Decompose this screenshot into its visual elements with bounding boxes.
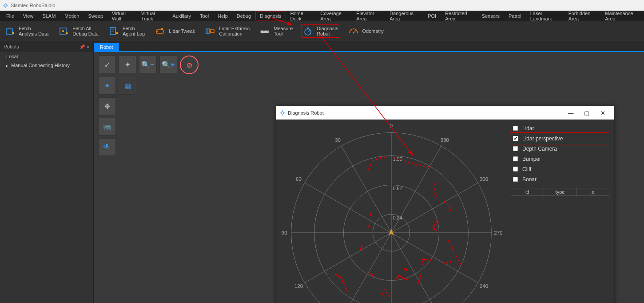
svg-point-147 — [444, 263, 445, 264]
zoom-in-icon[interactable]: 🔍+ — [159, 56, 177, 73]
document-tabstrip: Robot — [94, 41, 644, 52]
sensor-check-lidar-perspective[interactable]: Lidar perspective — [511, 133, 609, 144]
svg-point-65 — [397, 158, 399, 160]
svg-point-146 — [405, 269, 407, 271]
svg-point-140 — [361, 245, 363, 247]
menu-restricted-area[interactable]: Restricted Area — [441, 9, 477, 23]
svg-point-82 — [434, 193, 436, 195]
svg-point-78 — [370, 164, 371, 166]
sensor-check-bumper[interactable]: Bumper — [511, 154, 609, 164]
menu-elevator-area[interactable]: Elevator Area — [352, 9, 385, 23]
fullscreen-icon[interactable]: ⤢ — [98, 56, 116, 73]
menu-view[interactable]: View — [19, 12, 38, 20]
checkbox[interactable] — [513, 136, 518, 141]
zoom-target-icon[interactable]: ⌖ — [98, 77, 116, 95]
sensor-check-sonar[interactable]: Sonar — [511, 174, 609, 184]
svg-point-90 — [434, 223, 436, 225]
window-maximize-button[interactable]: ▢ — [579, 110, 594, 116]
svg-point-117 — [398, 275, 400, 277]
menu-sensors[interactable]: Sensors — [477, 12, 504, 20]
svg-point-71 — [419, 164, 421, 166]
svg-point-77 — [373, 160, 374, 162]
svg-point-142 — [368, 225, 370, 227]
camera-tool-icon[interactable]: 📹 — [98, 118, 116, 136]
svg-point-102 — [460, 263, 462, 265]
window-minimize-button[interactable]: — — [563, 110, 578, 116]
diagnosis-robot-icon — [302, 26, 313, 36]
svg-point-74 — [384, 157, 386, 159]
svg-line-50 — [341, 233, 391, 303]
tab-robot[interactable]: Robot — [94, 43, 119, 51]
svg-point-127 — [369, 273, 370, 275]
move-tool-icon[interactable]: ✥ — [98, 97, 116, 115]
checkbox-label: Lidar perspective — [522, 136, 563, 142]
svg-point-72 — [423, 165, 425, 167]
sensor-check-cliff[interactable]: Cliff — [511, 164, 609, 174]
menu-file[interactable]: File — [2, 12, 19, 20]
checkbox[interactable] — [513, 177, 518, 182]
svg-point-110 — [419, 278, 421, 279]
svg-point-91 — [433, 225, 435, 227]
svg-point-130 — [346, 287, 347, 289]
toolbar-fetch-all-debug-button[interactable]: Fetch AllDebug Data — [58, 26, 99, 36]
table-header-cell[interactable]: id — [511, 188, 544, 195]
sensor-check-lidar[interactable]: Lidar — [511, 123, 609, 133]
menu-slam[interactable]: SLAM — [38, 12, 60, 20]
menu-forbidden-area[interactable]: Forbidden Area — [564, 9, 601, 23]
checkbox-label: Cliff — [522, 166, 531, 172]
toolbar-fetch-analysis-button[interactable]: FetchAnalysis Data — [4, 26, 48, 36]
svg-point-66 — [401, 159, 402, 160]
robots-tree-item[interactable]: Manual Connecting History — [0, 61, 93, 70]
menu-home-dock[interactable]: Home Dock — [286, 9, 316, 23]
robots-tree-item[interactable]: Local — [0, 52, 93, 61]
menu-help[interactable]: Help — [213, 12, 232, 20]
menu-auxiliary[interactable]: Auxiliary — [168, 12, 195, 20]
svg-point-80 — [434, 183, 436, 185]
toolbar-diagnosis-robot-button[interactable]: DiagnosisRobot — [302, 26, 338, 36]
polar-radar-view[interactable]: 0.240.621.000306090120150180210240270300… — [276, 120, 506, 303]
toolbar-lidar-tweak-button[interactable]: Lidar Tweak — [155, 26, 195, 36]
checkbox[interactable] — [513, 146, 518, 152]
menu-tool[interactable]: Tool — [195, 12, 213, 20]
zoom-cancel-icon[interactable]: ⊘ — [180, 56, 199, 74]
svg-point-69 — [412, 163, 413, 164]
svg-text:90: 90 — [282, 230, 287, 235]
eye-tool-icon[interactable]: 👁 — [98, 138, 116, 156]
svg-point-125 — [372, 274, 374, 276]
zoom-out-icon[interactable]: 🔍− — [139, 56, 157, 73]
checkbox[interactable] — [513, 167, 518, 172]
table-header-cell[interactable]: x — [576, 188, 609, 195]
toolbar-fetch-agent-log-button[interactable]: FetchAgent Log — [108, 26, 145, 36]
menu-diagnosis[interactable]: Diagnosis — [255, 12, 286, 20]
svg-line-60 — [391, 183, 478, 233]
menu-motion[interactable]: Motion — [60, 12, 83, 20]
checkbox[interactable] — [513, 126, 518, 131]
crosshair-icon[interactable]: ✦ — [119, 56, 136, 73]
window-close-button[interactable]: ✕ — [595, 110, 610, 116]
toolbar-measure-tool-button[interactable]: MeasureTool — [259, 26, 293, 36]
sensor-check-depth-camera[interactable]: Depth Camera — [511, 144, 609, 154]
menu-poi[interactable]: POI — [423, 12, 441, 20]
svg-point-144 — [370, 213, 372, 215]
dialog-titlebar[interactable]: Diagnosis Robot — ▢ ✕ — [276, 106, 614, 120]
svg-point-111 — [418, 280, 420, 282]
toolbar-lidar-extrinsic-button[interactable]: Lidar ExtrinsicCalibration — [205, 26, 250, 36]
menu-coverage-area[interactable]: Coverage Area — [316, 9, 352, 23]
menu-sweep[interactable]: Sweep — [83, 12, 107, 20]
menu-debug[interactable]: Debug — [232, 12, 255, 20]
menu-maintenance-area[interactable]: Maintenance Area — [600, 9, 642, 23]
menu-dangerous-area[interactable]: Dangerous Area — [385, 9, 423, 23]
table-header-cell[interactable]: type — [544, 188, 577, 195]
menu-virtual-track[interactable]: Virtual Track — [137, 9, 168, 23]
svg-point-104 — [426, 259, 428, 261]
panel-pin-icon[interactable]: 📌 ✕ — [80, 44, 90, 49]
menu-laser-landmark[interactable]: Laser Landmark — [526, 9, 564, 23]
svg-point-12 — [157, 31, 158, 32]
menu-virtual-wall[interactable]: Virtual Wall — [107, 9, 137, 23]
toolbar-odometry-button[interactable]: Odometry — [348, 26, 383, 36]
svg-point-76 — [376, 159, 378, 160]
grid-settings-icon[interactable]: ▦ — [119, 77, 136, 95]
svg-text:0.62: 0.62 — [393, 186, 402, 191]
menu-patrol[interactable]: Patrol — [504, 12, 526, 20]
checkbox[interactable] — [513, 156, 518, 162]
